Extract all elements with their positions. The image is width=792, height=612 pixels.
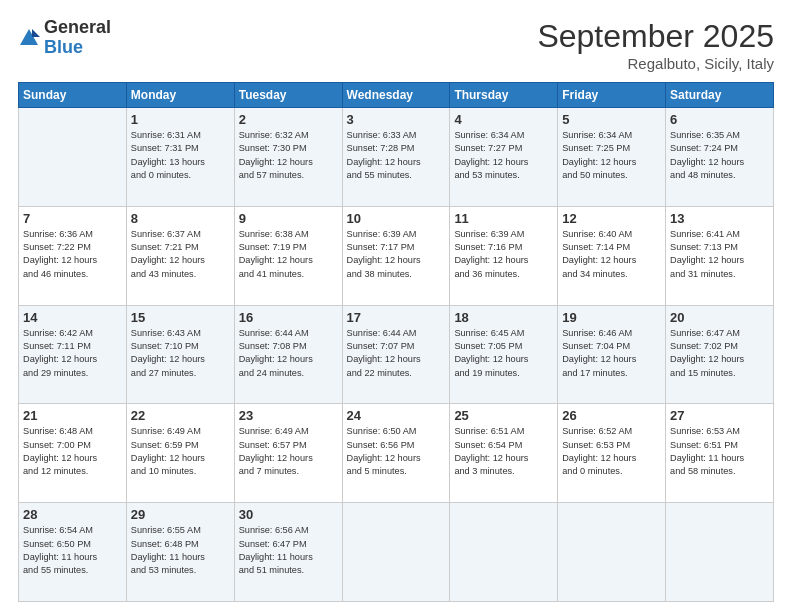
- logo-general-text: General: [44, 18, 111, 38]
- day-number: 14: [23, 310, 122, 325]
- day-cell: 18Sunrise: 6:45 AMSunset: 7:05 PMDayligh…: [450, 305, 558, 404]
- col-header-saturday: Saturday: [666, 83, 774, 108]
- day-number: 29: [131, 507, 230, 522]
- day-number: 1: [131, 112, 230, 127]
- day-number: 6: [670, 112, 769, 127]
- col-header-friday: Friday: [558, 83, 666, 108]
- day-cell: 3Sunrise: 6:33 AMSunset: 7:28 PMDaylight…: [342, 108, 450, 207]
- day-info: Sunrise: 6:51 AMSunset: 6:54 PMDaylight:…: [454, 425, 553, 478]
- day-info: Sunrise: 6:43 AMSunset: 7:10 PMDaylight:…: [131, 327, 230, 380]
- logo: General Blue: [18, 18, 111, 58]
- day-cell: 23Sunrise: 6:49 AMSunset: 6:57 PMDayligh…: [234, 404, 342, 503]
- logo-text: General Blue: [44, 18, 111, 58]
- day-info: Sunrise: 6:32 AMSunset: 7:30 PMDaylight:…: [239, 129, 338, 182]
- day-info: Sunrise: 6:39 AMSunset: 7:16 PMDaylight:…: [454, 228, 553, 281]
- day-cell: 6Sunrise: 6:35 AMSunset: 7:24 PMDaylight…: [666, 108, 774, 207]
- col-header-thursday: Thursday: [450, 83, 558, 108]
- day-info: Sunrise: 6:37 AMSunset: 7:21 PMDaylight:…: [131, 228, 230, 281]
- day-info: Sunrise: 6:31 AMSunset: 7:31 PMDaylight:…: [131, 129, 230, 182]
- day-cell: 11Sunrise: 6:39 AMSunset: 7:16 PMDayligh…: [450, 206, 558, 305]
- header-row: SundayMondayTuesdayWednesdayThursdayFrid…: [19, 83, 774, 108]
- svg-marker-1: [32, 29, 40, 37]
- day-info: Sunrise: 6:34 AMSunset: 7:27 PMDaylight:…: [454, 129, 553, 182]
- day-info: Sunrise: 6:34 AMSunset: 7:25 PMDaylight:…: [562, 129, 661, 182]
- day-number: 23: [239, 408, 338, 423]
- day-cell: 14Sunrise: 6:42 AMSunset: 7:11 PMDayligh…: [19, 305, 127, 404]
- day-cell: 4Sunrise: 6:34 AMSunset: 7:27 PMDaylight…: [450, 108, 558, 207]
- day-number: 15: [131, 310, 230, 325]
- day-info: Sunrise: 6:48 AMSunset: 7:00 PMDaylight:…: [23, 425, 122, 478]
- day-number: 10: [347, 211, 446, 226]
- logo-blue-text: Blue: [44, 38, 111, 58]
- day-info: Sunrise: 6:36 AMSunset: 7:22 PMDaylight:…: [23, 228, 122, 281]
- day-info: Sunrise: 6:54 AMSunset: 6:50 PMDaylight:…: [23, 524, 122, 577]
- day-info: Sunrise: 6:53 AMSunset: 6:51 PMDaylight:…: [670, 425, 769, 478]
- day-info: Sunrise: 6:55 AMSunset: 6:48 PMDaylight:…: [131, 524, 230, 577]
- day-number: 16: [239, 310, 338, 325]
- day-cell: 21Sunrise: 6:48 AMSunset: 7:00 PMDayligh…: [19, 404, 127, 503]
- day-cell: 30Sunrise: 6:56 AMSunset: 6:47 PMDayligh…: [234, 503, 342, 602]
- day-info: Sunrise: 6:49 AMSunset: 6:59 PMDaylight:…: [131, 425, 230, 478]
- day-number: 13: [670, 211, 769, 226]
- month-title: September 2025: [537, 18, 774, 55]
- day-info: Sunrise: 6:44 AMSunset: 7:08 PMDaylight:…: [239, 327, 338, 380]
- day-number: 5: [562, 112, 661, 127]
- day-cell: 26Sunrise: 6:52 AMSunset: 6:53 PMDayligh…: [558, 404, 666, 503]
- day-number: 8: [131, 211, 230, 226]
- day-number: 25: [454, 408, 553, 423]
- col-header-monday: Monday: [126, 83, 234, 108]
- page: General Blue September 2025 Regalbuto, S…: [0, 0, 792, 612]
- day-cell: [342, 503, 450, 602]
- day-cell: 22Sunrise: 6:49 AMSunset: 6:59 PMDayligh…: [126, 404, 234, 503]
- day-info: Sunrise: 6:35 AMSunset: 7:24 PMDaylight:…: [670, 129, 769, 182]
- day-number: 2: [239, 112, 338, 127]
- day-number: 18: [454, 310, 553, 325]
- day-cell: 24Sunrise: 6:50 AMSunset: 6:56 PMDayligh…: [342, 404, 450, 503]
- day-info: Sunrise: 6:52 AMSunset: 6:53 PMDaylight:…: [562, 425, 661, 478]
- day-cell: [450, 503, 558, 602]
- day-number: 20: [670, 310, 769, 325]
- week-row-5: 28Sunrise: 6:54 AMSunset: 6:50 PMDayligh…: [19, 503, 774, 602]
- week-row-3: 14Sunrise: 6:42 AMSunset: 7:11 PMDayligh…: [19, 305, 774, 404]
- day-cell: 15Sunrise: 6:43 AMSunset: 7:10 PMDayligh…: [126, 305, 234, 404]
- day-cell: 28Sunrise: 6:54 AMSunset: 6:50 PMDayligh…: [19, 503, 127, 602]
- day-cell: 19Sunrise: 6:46 AMSunset: 7:04 PMDayligh…: [558, 305, 666, 404]
- logo-icon: [18, 27, 40, 49]
- title-block: September 2025 Regalbuto, Sicily, Italy: [537, 18, 774, 72]
- day-info: Sunrise: 6:49 AMSunset: 6:57 PMDaylight:…: [239, 425, 338, 478]
- day-number: 22: [131, 408, 230, 423]
- day-cell: 13Sunrise: 6:41 AMSunset: 7:13 PMDayligh…: [666, 206, 774, 305]
- day-cell: 8Sunrise: 6:37 AMSunset: 7:21 PMDaylight…: [126, 206, 234, 305]
- day-info: Sunrise: 6:40 AMSunset: 7:14 PMDaylight:…: [562, 228, 661, 281]
- day-cell: 12Sunrise: 6:40 AMSunset: 7:14 PMDayligh…: [558, 206, 666, 305]
- day-cell: [666, 503, 774, 602]
- day-cell: 29Sunrise: 6:55 AMSunset: 6:48 PMDayligh…: [126, 503, 234, 602]
- day-info: Sunrise: 6:56 AMSunset: 6:47 PMDaylight:…: [239, 524, 338, 577]
- day-number: 3: [347, 112, 446, 127]
- day-number: 12: [562, 211, 661, 226]
- day-cell: 27Sunrise: 6:53 AMSunset: 6:51 PMDayligh…: [666, 404, 774, 503]
- day-cell: [19, 108, 127, 207]
- day-info: Sunrise: 6:39 AMSunset: 7:17 PMDaylight:…: [347, 228, 446, 281]
- day-info: Sunrise: 6:44 AMSunset: 7:07 PMDaylight:…: [347, 327, 446, 380]
- header: General Blue September 2025 Regalbuto, S…: [18, 18, 774, 72]
- day-number: 27: [670, 408, 769, 423]
- day-number: 17: [347, 310, 446, 325]
- day-number: 9: [239, 211, 338, 226]
- day-info: Sunrise: 6:41 AMSunset: 7:13 PMDaylight:…: [670, 228, 769, 281]
- day-info: Sunrise: 6:38 AMSunset: 7:19 PMDaylight:…: [239, 228, 338, 281]
- day-cell: 2Sunrise: 6:32 AMSunset: 7:30 PMDaylight…: [234, 108, 342, 207]
- week-row-4: 21Sunrise: 6:48 AMSunset: 7:00 PMDayligh…: [19, 404, 774, 503]
- day-info: Sunrise: 6:42 AMSunset: 7:11 PMDaylight:…: [23, 327, 122, 380]
- day-info: Sunrise: 6:50 AMSunset: 6:56 PMDaylight:…: [347, 425, 446, 478]
- day-number: 24: [347, 408, 446, 423]
- day-number: 19: [562, 310, 661, 325]
- day-number: 26: [562, 408, 661, 423]
- day-number: 30: [239, 507, 338, 522]
- day-info: Sunrise: 6:45 AMSunset: 7:05 PMDaylight:…: [454, 327, 553, 380]
- day-cell: [558, 503, 666, 602]
- location: Regalbuto, Sicily, Italy: [537, 55, 774, 72]
- day-cell: 17Sunrise: 6:44 AMSunset: 7:07 PMDayligh…: [342, 305, 450, 404]
- day-cell: 25Sunrise: 6:51 AMSunset: 6:54 PMDayligh…: [450, 404, 558, 503]
- day-cell: 20Sunrise: 6:47 AMSunset: 7:02 PMDayligh…: [666, 305, 774, 404]
